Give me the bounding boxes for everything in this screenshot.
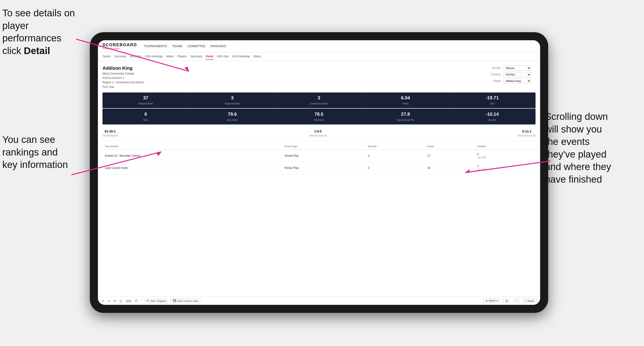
player-college: Mesa Community College — [102, 72, 144, 76]
player-year: First Year — [102, 85, 144, 89]
toolbar-sep — [141, 299, 141, 303]
tab-matrix[interactable]: Matrix — [166, 53, 174, 60]
stat-points: 6.04 Points — [362, 92, 449, 108]
records-row: 91-20-1 Overall Record 1-5-0 Record vs t… — [102, 128, 536, 141]
nav-item-tournaments[interactable]: TOURNAMENTS — [144, 43, 167, 49]
stat-avg-score-label: Avg Score — [227, 119, 238, 121]
stat-sos: -19.71 SoS — [449, 92, 536, 108]
nav-item-rankings[interactable]: RANKINGS — [210, 43, 226, 49]
tournament-name-2: Lady Coyote Invite — [102, 162, 282, 174]
record-top25-value: 1-5-0 — [309, 130, 327, 133]
event-type-1: Stroke Play — [282, 150, 366, 162]
stat-avg-score-to-par-value: 27.8 — [364, 112, 446, 117]
logo-title: SCOREBOARD — [102, 42, 137, 47]
division-label: Division — [490, 73, 501, 76]
grid-icon[interactable]: ◫ — [120, 299, 122, 303]
redo-icon[interactable]: ↪ — [108, 299, 110, 303]
division-selector-row: Division NJCAA I NJCAA II — [490, 72, 536, 77]
zoom-icon[interactable]: ⊟⊞ — [126, 299, 131, 303]
tablet-frame: SCOREBOARD Powered by clippd TOURNAMENTS… — [90, 32, 548, 313]
view-original-button[interactable]: 👁 View: Original — [144, 299, 168, 303]
stat-national-rank-value: 37 — [105, 95, 186, 101]
logo-sub: Powered by clippd — [102, 47, 137, 50]
annotation-topleft: To see details on player performances cl… — [2, 7, 90, 57]
nav-items: TOURNAMENTS TEAMS COMMITTEE RANKINGS — [144, 43, 226, 49]
player-region: Region 1 - Southwest (18) District — [102, 80, 144, 85]
player-division: NJCAA Division 1 — [102, 76, 144, 80]
position-1: 4 out of 20 — [475, 150, 536, 162]
clock-icon[interactable]: ⏱ — [134, 299, 138, 303]
rounds-1: 2 — [366, 150, 425, 162]
gender-selector-row: Gender Women Men — [490, 66, 536, 71]
stat-wins-value: 0 — [105, 112, 186, 117]
detail-header: Addison King Mesa Community College NJCA… — [102, 66, 536, 89]
col-tournament: Tournament — [102, 143, 282, 150]
tab-summary[interactable]: Summary — [114, 53, 126, 60]
record-top50: 5-11-1 Record vs top 50 — [518, 130, 536, 137]
tab-teams[interactable]: Teams — [102, 53, 110, 60]
undo-icon[interactable]: ↩ — [102, 299, 104, 303]
stat-regional-rank-label: Regional Rank — [225, 102, 240, 105]
player-select[interactable]: Addison King — [503, 78, 531, 84]
tab-h2h-grid2[interactable]: H2H Grid — [217, 53, 228, 60]
screen-icon: 🖥 — [505, 300, 508, 302]
save-custom-view-button[interactable]: 💾 Save Custom View — [171, 298, 200, 303]
screen-button[interactable]: 🖥 — [503, 299, 510, 303]
resize-button[interactable]: ⤡ — [513, 298, 520, 303]
top-nav: SCOREBOARD Powered by clippd TOURNAMENTS… — [98, 40, 540, 52]
tab-h2h-grid[interactable]: H2H Grid — [130, 53, 142, 60]
share-button[interactable]: ↗ Share — [522, 298, 536, 303]
score-2: 16 — [425, 162, 475, 174]
annotation-right: Scrolling down will show you the events … — [545, 110, 642, 186]
gender-select[interactable]: Women Men — [503, 66, 531, 71]
tab-detail[interactable]: Detail — [206, 53, 214, 60]
logo-area: SCOREBOARD Powered by clippd — [102, 42, 137, 50]
tournament-name-1: Estella CC- Mountain Classic — [102, 150, 282, 162]
record-overall: 91-20-1 Overall Record — [102, 130, 118, 137]
sub-nav: Teams Summary H2H Grid H2H Heatmap Matri… — [98, 52, 540, 61]
save-icon: 💾 — [173, 299, 176, 302]
tab-matrix2[interactable]: Matrix — [254, 53, 261, 60]
stat-avg-sg: -10.14 Avg SG — [449, 109, 536, 125]
tab-players[interactable]: Players — [177, 53, 186, 60]
player-selector-row: Player Addison King — [490, 78, 536, 84]
stat-avg-score: 79.6 Avg Score — [189, 109, 276, 125]
col-event-type: Event Type — [282, 143, 366, 150]
record-overall-value: 91-20-1 — [102, 130, 118, 133]
division-select[interactable]: NJCAA I NJCAA II — [503, 72, 531, 77]
stat-conference-rank-label: Conference Rank — [310, 102, 328, 105]
stat-wins: 0 Wins — [102, 109, 189, 125]
stat-avg-score-to-par-label: Avg Score to Par — [397, 119, 414, 121]
stat-avg-sg-label: Avg SG — [488, 119, 496, 121]
tablet-screen: SCOREBOARD Powered by clippd TOURNAMENTS… — [98, 40, 540, 305]
stat-regional-rank: 3 Regional Rank — [189, 92, 276, 108]
refresh-icon[interactable]: ⟳ — [114, 299, 116, 303]
annotation-bottomleft: You can see rankings and key information — [2, 133, 90, 171]
record-top50-label: Record vs top 50 — [518, 134, 536, 137]
col-position: Position — [475, 143, 536, 150]
col-score: Score — [425, 143, 475, 150]
bottom-toolbar: ↩ ↪ ⟳ ◫ ⊟⊞ ⏱ 👁 View: Original 💾 Save Cus… — [98, 297, 540, 305]
stat-adj-score-label: Adj Score — [314, 119, 324, 121]
tab-h2h-heatmap[interactable]: H2H Heatmap — [145, 53, 162, 60]
stat-national-rank-label: National Rank — [138, 102, 153, 105]
record-top25: 1-5-0 Record vs top 25 — [309, 130, 327, 137]
event-type-2: Stroke Play — [282, 162, 366, 174]
table-row: Estella CC- Mountain Classic Stroke Play… — [102, 150, 536, 162]
watch-button[interactable]: 👁 Watch ▾ — [483, 298, 500, 303]
watch-icon: 👁 — [485, 300, 488, 302]
nav-item-committee[interactable]: COMMITTEE — [188, 43, 206, 49]
stat-points-value: 6.04 — [364, 95, 446, 101]
stats-grid-row2: 0 Wins 79.6 Avg Score 78.5 Adj Score 27.… — [102, 109, 536, 125]
tab-h2h-heatmap2[interactable]: H2H Heatmap — [232, 53, 250, 60]
record-overall-label: Overall Record — [102, 134, 118, 137]
col-rounds: Rounds — [366, 143, 425, 150]
stat-sos-label: SoS — [490, 102, 494, 105]
tab-summary2[interactable]: Summary — [190, 53, 202, 60]
table-row: Lady Coyote Invite Stroke Play 2 16 7 ou… — [102, 162, 536, 174]
nav-item-teams[interactable]: TEAMS — [172, 43, 182, 49]
stat-conference-rank: 3 Conference Rank — [276, 92, 362, 108]
stat-wins-label: Wins — [143, 119, 148, 121]
stat-points-label: Points — [402, 102, 409, 105]
player-name: Addison King — [102, 66, 144, 71]
